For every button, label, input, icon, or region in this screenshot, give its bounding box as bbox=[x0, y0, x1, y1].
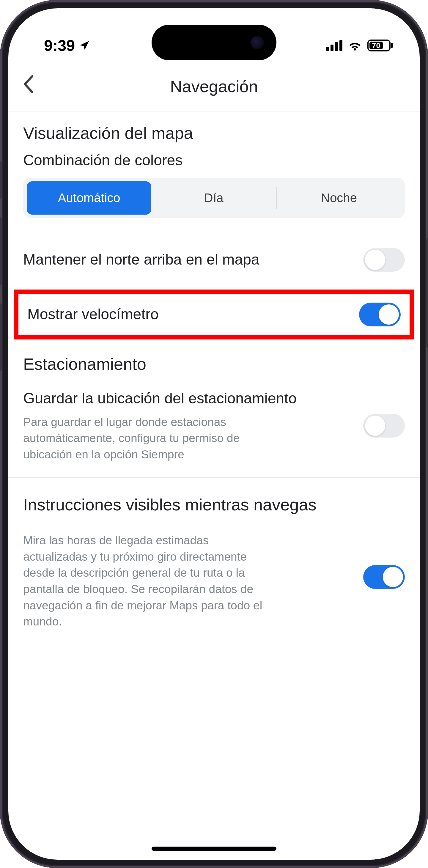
power-button bbox=[426, 238, 428, 348]
parking-title: Estacionamiento bbox=[23, 354, 405, 374]
speedometer-label: Mostrar velocímetro bbox=[27, 304, 347, 324]
speedometer-row: Mostrar velocímetro bbox=[19, 294, 409, 335]
live-desc: Mira las horas de llegada estimadas actu… bbox=[23, 532, 267, 630]
color-scheme-label: Combinación de colores bbox=[23, 152, 405, 169]
wifi-icon bbox=[348, 37, 362, 54]
screen: 9:39 70 bbox=[8, 8, 420, 860]
parking-section: Estacionamiento bbox=[8, 342, 420, 385]
home-indicator[interactable] bbox=[152, 846, 276, 851]
volume-up-button bbox=[0, 217, 2, 285]
location-icon bbox=[79, 37, 90, 54]
live-toggle[interactable] bbox=[363, 565, 405, 589]
segment-day[interactable]: Día bbox=[151, 181, 276, 215]
color-scheme-segmented-control: Automático Día Noche bbox=[23, 178, 405, 218]
status-time: 9:39 bbox=[44, 37, 75, 54]
volume-down-button bbox=[0, 303, 2, 372]
live-title: Instrucciones visibles mientras navegas bbox=[23, 494, 405, 515]
battery-icon: 70 bbox=[367, 39, 393, 52]
nav-header: Navegación bbox=[8, 65, 420, 112]
save-parking-toggle[interactable] bbox=[363, 414, 405, 438]
battery-percentage: 70 bbox=[369, 42, 383, 49]
back-button[interactable] bbox=[23, 75, 34, 97]
save-parking-desc: Para guardar el lugar donde estacionas a… bbox=[23, 414, 267, 463]
map-display-section: Visualización del mapa Combinación de co… bbox=[8, 112, 420, 233]
speedometer-toggle[interactable] bbox=[359, 303, 401, 327]
live-section: Instrucciones visibles mientras navegas … bbox=[8, 478, 420, 642]
north-up-toggle[interactable] bbox=[363, 248, 405, 272]
page-title: Navegación bbox=[170, 77, 258, 96]
north-up-row: Mantener el norte arriba en el mapa bbox=[8, 233, 420, 286]
save-parking-label: Guardar la ubicación del estacionamiento bbox=[23, 389, 351, 409]
settings-content: Visualización del mapa Combinación de co… bbox=[8, 112, 420, 642]
speedometer-highlight: Mostrar velocímetro bbox=[14, 289, 414, 339]
mute-switch bbox=[0, 160, 2, 199]
north-up-label: Mantener el norte arriba en el mapa bbox=[23, 250, 351, 270]
dynamic-island bbox=[152, 25, 276, 60]
cellular-signal-icon bbox=[326, 40, 342, 51]
segment-auto[interactable]: Automático bbox=[27, 181, 151, 215]
segment-night[interactable]: Noche bbox=[277, 181, 401, 215]
save-parking-row: Guardar la ubicación del estacionamiento… bbox=[8, 385, 420, 477]
map-display-title: Visualización del mapa bbox=[23, 123, 405, 143]
phone-frame: 9:39 70 bbox=[0, 0, 428, 868]
